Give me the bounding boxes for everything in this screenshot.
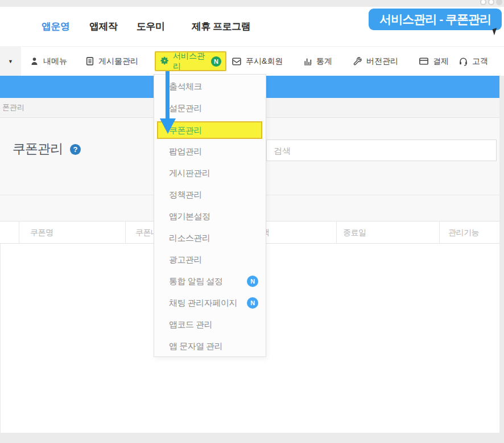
nav-item-label: 내메뉴 bbox=[43, 56, 67, 67]
column-divider bbox=[336, 222, 337, 244]
tab-affiliate-program[interactable]: 제휴 프로그램 bbox=[192, 7, 250, 47]
nav-item-posts[interactable]: 게시물관리 bbox=[85, 47, 138, 76]
menu-item-app-basic[interactable]: 앱기본설정 bbox=[154, 206, 266, 227]
menu-item-ads[interactable]: 광고관리 bbox=[154, 249, 266, 270]
service-management-dropdown: 출석체크 설문관리 쿠폰관리 팝업관리 게시판관리 정책관리 앱기본설정 리소스… bbox=[154, 74, 266, 357]
menu-item-unified-alert[interactable]: 통합 알림 설정 N bbox=[154, 270, 266, 292]
nav-item-service-management[interactable]: 서비스관리 N bbox=[155, 51, 226, 71]
help-icon[interactable]: ? bbox=[70, 144, 81, 155]
menu-item-label: 통합 알림 설정 bbox=[169, 276, 222, 286]
list-icon bbox=[85, 56, 94, 66]
menu-item-label: 채팅 관리자페이지 bbox=[169, 298, 237, 307]
bar-chart-icon bbox=[303, 57, 312, 66]
new-badge: N bbox=[247, 276, 258, 287]
column-divider bbox=[125, 222, 126, 244]
menu-item-policy[interactable]: 정책관리 bbox=[154, 184, 266, 206]
tab-app-creation[interactable]: 앱제작 bbox=[89, 7, 118, 47]
menu-item-app-strings[interactable]: 앱 문자열 관리 bbox=[154, 335, 266, 357]
window-dot-icon[interactable] bbox=[496, 0, 502, 5]
gear-icon bbox=[160, 56, 170, 67]
new-badge: N bbox=[247, 297, 258, 309]
menu-item-resource[interactable]: 리소스관리 bbox=[154, 227, 266, 249]
window-dot-icon[interactable] bbox=[488, 0, 494, 5]
user-icon bbox=[30, 56, 39, 66]
menu-item-chat-admin[interactable]: 채팅 관리자페이지 N bbox=[154, 292, 266, 314]
window-controls bbox=[480, 0, 502, 5]
nav-item-label: 버전관리 bbox=[366, 56, 398, 67]
nav-item-label: 푸시&회원 bbox=[246, 56, 283, 67]
main-navbar: ▼ 내메뉴 게시물관리 서비스관리 N 푸시&회원 통계 버전관리 bbox=[0, 47, 504, 76]
nav-item-label: 고객 bbox=[472, 56, 488, 67]
nav-item-my-menu[interactable]: 내메뉴 bbox=[30, 47, 67, 76]
nav-item-label: 통계 bbox=[316, 56, 332, 67]
page-title: 쿠폰관리 bbox=[13, 140, 63, 158]
menu-item-survey[interactable]: 설문관리 bbox=[154, 97, 266, 119]
nav-collapse-button[interactable]: ▼ bbox=[0, 47, 21, 76]
annotation-badge: 서비스관리 - 쿠폰관리 bbox=[369, 9, 502, 30]
chevron-down-icon: ▼ bbox=[8, 59, 13, 64]
column-divider bbox=[19, 222, 19, 244]
nav-item-push-members[interactable]: 푸시&회원 bbox=[232, 47, 283, 76]
nav-item-payment[interactable]: 결제 bbox=[419, 47, 449, 76]
column-coupon-name: 쿠폰명 bbox=[30, 222, 53, 244]
window-dot-icon[interactable] bbox=[480, 0, 486, 5]
nav-item-version-management[interactable]: 버전관리 bbox=[353, 47, 398, 76]
new-badge: N bbox=[211, 56, 221, 67]
menu-item-popup[interactable]: 팝업관리 bbox=[154, 141, 266, 162]
nav-item-label: 결제 bbox=[433, 56, 449, 67]
admin-console: 앱운영 앱제작 도우미 제휴 프로그램 서비스관리 - 쿠폰관리 ▼ 내메뉴 게… bbox=[0, 0, 504, 443]
breadcrumb-text: 폰관리 bbox=[2, 103, 24, 112]
mail-icon bbox=[232, 57, 242, 66]
wrench-icon bbox=[353, 56, 362, 66]
tab-helper[interactable]: 도우미 bbox=[137, 7, 165, 47]
annotation-arrow-icon bbox=[160, 118, 176, 134]
search-input[interactable] bbox=[266, 140, 497, 161]
menu-item-board[interactable]: 게시판관리 bbox=[154, 162, 266, 184]
tab-app-operation[interactable]: 앱운영 bbox=[42, 7, 70, 47]
headset-icon bbox=[458, 56, 468, 66]
annotation-arrow-stem bbox=[166, 71, 170, 120]
menu-item-app-code[interactable]: 앱코드 관리 bbox=[154, 314, 266, 335]
column-divider bbox=[439, 222, 440, 244]
nav-item-label: 게시물관리 bbox=[98, 56, 138, 67]
nav-item-statistics[interactable]: 통계 bbox=[303, 47, 332, 76]
column-manage: 관리기능 bbox=[448, 222, 479, 244]
menu-item-attendance[interactable]: 출석체크 bbox=[154, 76, 266, 97]
credit-card-icon bbox=[419, 57, 429, 65]
nav-item-customer[interactable]: 고객 bbox=[458, 47, 488, 76]
nav-item-label: 서비스관리 bbox=[173, 51, 208, 72]
column-end-date: 종료일 bbox=[343, 222, 366, 244]
